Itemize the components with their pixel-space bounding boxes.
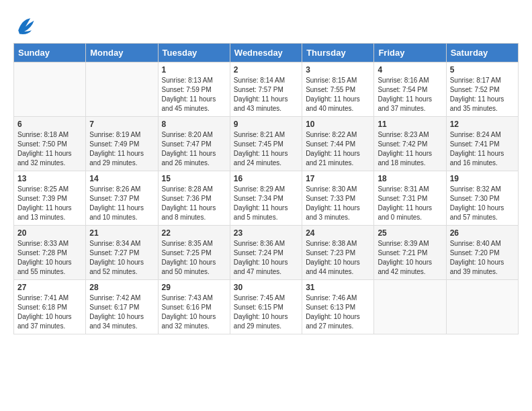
calendar-cell: 25Sunrise: 8:39 AM Sunset: 7:21 PM Dayli… [374, 226, 446, 280]
day-info: Sunrise: 8:21 AM Sunset: 7:45 PM Dayligh… [234, 130, 298, 168]
logo-icon [13, 13, 38, 38]
calendar-header-saturday: Saturday [446, 44, 518, 62]
calendar-cell: 8Sunrise: 8:20 AM Sunset: 7:47 PM Daylig… [158, 117, 230, 171]
day-info: Sunrise: 8:34 AM Sunset: 7:27 PM Dayligh… [89, 239, 154, 277]
day-number: 5 [450, 65, 515, 75]
day-info: Sunrise: 8:14 AM Sunset: 7:57 PM Dayligh… [234, 76, 298, 113]
day-info: Sunrise: 8:38 AM Sunset: 7:23 PM Dayligh… [306, 239, 370, 277]
day-info: Sunrise: 8:22 AM Sunset: 7:44 PM Dayligh… [306, 130, 370, 168]
day-info: Sunrise: 8:26 AM Sunset: 7:37 PM Dayligh… [89, 185, 154, 222]
day-info: Sunrise: 8:13 AM Sunset: 7:59 PM Dayligh… [162, 76, 226, 113]
day-info: Sunrise: 8:32 AM Sunset: 7:30 PM Dayligh… [450, 185, 515, 222]
day-info: Sunrise: 8:33 AM Sunset: 7:28 PM Dayligh… [17, 239, 82, 277]
page: SundayMondayTuesdayWednesdayThursdayFrid… [0, 0, 532, 341]
day-number: 18 [378, 174, 442, 183]
day-number: 31 [306, 283, 370, 292]
calendar-cell: 16Sunrise: 8:29 AM Sunset: 7:34 PM Dayli… [230, 171, 302, 226]
day-info: Sunrise: 8:36 AM Sunset: 7:24 PM Dayligh… [234, 239, 298, 277]
day-number: 12 [450, 120, 515, 129]
day-number: 29 [162, 283, 226, 292]
day-number: 30 [234, 283, 298, 292]
day-info: Sunrise: 8:24 AM Sunset: 7:41 PM Dayligh… [450, 130, 515, 168]
calendar-cell: 14Sunrise: 8:26 AM Sunset: 7:37 PM Dayli… [86, 171, 158, 226]
day-info: Sunrise: 8:40 AM Sunset: 7:20 PM Dayligh… [450, 239, 515, 277]
calendar-cell: 9Sunrise: 8:21 AM Sunset: 7:45 PM Daylig… [230, 117, 302, 171]
calendar-cell: 7Sunrise: 8:19 AM Sunset: 7:49 PM Daylig… [86, 117, 158, 171]
day-number: 15 [162, 174, 226, 183]
calendar-header-sunday: Sunday [14, 44, 86, 62]
calendar-cell: 3Sunrise: 8:15 AM Sunset: 7:55 PM Daylig… [302, 62, 374, 117]
calendar-week-5: 27Sunrise: 7:41 AM Sunset: 6:18 PM Dayli… [14, 280, 519, 334]
calendar-cell: 31Sunrise: 7:46 AM Sunset: 6:13 PM Dayli… [302, 280, 374, 334]
calendar-cell: 24Sunrise: 8:38 AM Sunset: 7:23 PM Dayli… [302, 226, 374, 280]
calendar-week-3: 13Sunrise: 8:25 AM Sunset: 7:39 PM Dayli… [14, 171, 519, 226]
calendar-cell: 10Sunrise: 8:22 AM Sunset: 7:44 PM Dayli… [302, 117, 374, 171]
logo [13, 13, 40, 38]
day-info: Sunrise: 8:31 AM Sunset: 7:31 PM Dayligh… [378, 185, 442, 222]
day-info: Sunrise: 7:41 AM Sunset: 6:18 PM Dayligh… [17, 293, 82, 331]
day-number: 13 [17, 174, 82, 183]
calendar-cell: 21Sunrise: 8:34 AM Sunset: 7:27 PM Dayli… [86, 226, 158, 280]
day-number: 16 [234, 174, 298, 183]
calendar-header-monday: Monday [86, 44, 158, 62]
day-number: 28 [89, 283, 154, 292]
calendar-cell: 13Sunrise: 8:25 AM Sunset: 7:39 PM Dayli… [14, 171, 86, 226]
calendar-cell: 30Sunrise: 7:45 AM Sunset: 6:15 PM Dayli… [230, 280, 302, 334]
day-number: 26 [450, 228, 515, 238]
day-number: 2 [234, 65, 298, 75]
calendar-cell: 27Sunrise: 7:41 AM Sunset: 6:18 PM Dayli… [14, 280, 86, 334]
calendar-header-friday: Friday [374, 44, 446, 62]
calendar-header-row: SundayMondayTuesdayWednesdayThursdayFrid… [14, 44, 519, 62]
day-info: Sunrise: 7:46 AM Sunset: 6:13 PM Dayligh… [306, 293, 370, 331]
calendar-cell: 15Sunrise: 8:28 AM Sunset: 7:36 PM Dayli… [158, 171, 230, 226]
calendar-cell: 20Sunrise: 8:33 AM Sunset: 7:28 PM Dayli… [14, 226, 86, 280]
day-number: 11 [378, 120, 442, 129]
calendar-cell: 28Sunrise: 7:42 AM Sunset: 6:17 PM Dayli… [86, 280, 158, 334]
calendar-cell [374, 280, 446, 334]
calendar-cell: 5Sunrise: 8:17 AM Sunset: 7:52 PM Daylig… [446, 62, 518, 117]
day-number: 25 [378, 228, 442, 238]
day-number: 6 [17, 120, 82, 129]
calendar-cell [14, 62, 86, 117]
day-info: Sunrise: 8:39 AM Sunset: 7:21 PM Dayligh… [378, 239, 442, 277]
day-number: 27 [17, 283, 82, 292]
day-info: Sunrise: 8:28 AM Sunset: 7:36 PM Dayligh… [162, 185, 226, 222]
day-number: 9 [234, 120, 298, 129]
day-number: 4 [378, 65, 442, 75]
calendar-header-tuesday: Tuesday [158, 44, 230, 62]
day-number: 10 [306, 120, 370, 129]
day-number: 22 [162, 228, 226, 238]
day-info: Sunrise: 8:19 AM Sunset: 7:49 PM Dayligh… [89, 130, 154, 168]
calendar-week-1: 1Sunrise: 8:13 AM Sunset: 7:59 PM Daylig… [14, 62, 519, 117]
day-number: 20 [17, 228, 82, 238]
header [13, 13, 519, 38]
day-number: 23 [234, 228, 298, 238]
calendar-cell: 12Sunrise: 8:24 AM Sunset: 7:41 PM Dayli… [446, 117, 518, 171]
day-number: 8 [162, 120, 226, 129]
calendar-header-thursday: Thursday [302, 44, 374, 62]
day-number: 1 [162, 65, 226, 75]
calendar-cell: 23Sunrise: 8:36 AM Sunset: 7:24 PM Dayli… [230, 226, 302, 280]
day-number: 3 [306, 65, 370, 75]
day-info: Sunrise: 8:23 AM Sunset: 7:42 PM Dayligh… [378, 130, 442, 168]
calendar-cell: 4Sunrise: 8:16 AM Sunset: 7:54 PM Daylig… [374, 62, 446, 117]
calendar-cell: 22Sunrise: 8:35 AM Sunset: 7:25 PM Dayli… [158, 226, 230, 280]
day-info: Sunrise: 8:29 AM Sunset: 7:34 PM Dayligh… [234, 185, 298, 222]
day-info: Sunrise: 8:25 AM Sunset: 7:39 PM Dayligh… [17, 185, 82, 222]
calendar-cell: 17Sunrise: 8:30 AM Sunset: 7:33 PM Dayli… [302, 171, 374, 226]
calendar-cell: 26Sunrise: 8:40 AM Sunset: 7:20 PM Dayli… [446, 226, 518, 280]
calendar-cell: 18Sunrise: 8:31 AM Sunset: 7:31 PM Dayli… [374, 171, 446, 226]
calendar-week-2: 6Sunrise: 8:18 AM Sunset: 7:50 PM Daylig… [14, 117, 519, 171]
day-info: Sunrise: 8:16 AM Sunset: 7:54 PM Dayligh… [378, 76, 442, 113]
calendar-cell: 19Sunrise: 8:32 AM Sunset: 7:30 PM Dayli… [446, 171, 518, 226]
day-number: 21 [89, 228, 154, 238]
day-info: Sunrise: 8:15 AM Sunset: 7:55 PM Dayligh… [306, 76, 370, 113]
calendar-cell: 11Sunrise: 8:23 AM Sunset: 7:42 PM Dayli… [374, 117, 446, 171]
day-number: 14 [89, 174, 154, 183]
day-info: Sunrise: 8:18 AM Sunset: 7:50 PM Dayligh… [17, 130, 82, 168]
day-number: 7 [89, 120, 154, 129]
calendar-cell: 6Sunrise: 8:18 AM Sunset: 7:50 PM Daylig… [14, 117, 86, 171]
calendar-week-4: 20Sunrise: 8:33 AM Sunset: 7:28 PM Dayli… [14, 226, 519, 280]
day-info: Sunrise: 7:43 AM Sunset: 6:16 PM Dayligh… [162, 293, 226, 331]
day-number: 19 [450, 174, 515, 183]
